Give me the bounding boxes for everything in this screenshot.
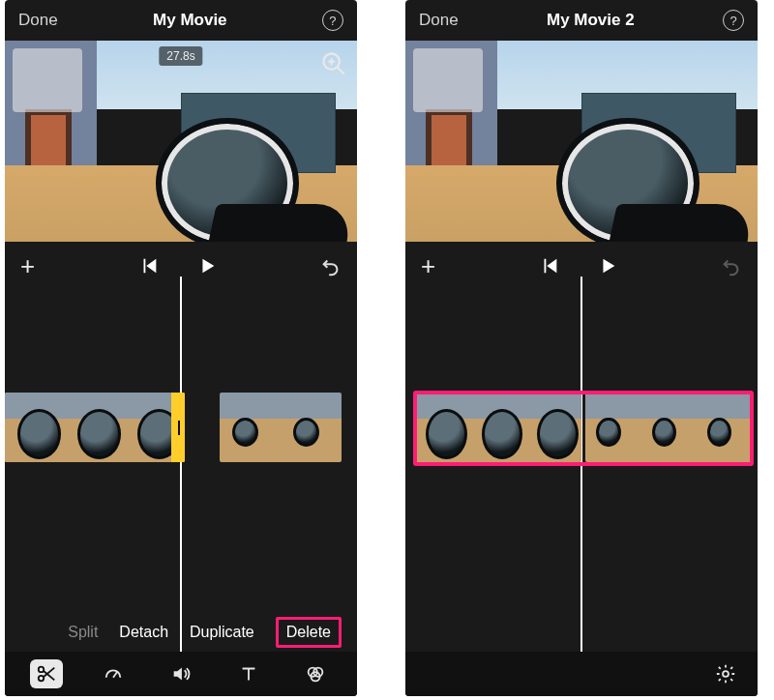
add-media-button[interactable]: + <box>421 251 435 281</box>
gear-icon[interactable] <box>709 659 742 688</box>
header-bar: Done My Movie 2 ? <box>405 0 758 41</box>
undo-icon <box>721 255 742 277</box>
volume-icon[interactable] <box>164 659 197 688</box>
play-icon[interactable] <box>597 255 618 277</box>
delete-action[interactable]: Delete <box>276 617 342 648</box>
split-action[interactable]: Split <box>68 624 98 641</box>
playhead-time-chip: 27.8s <box>159 46 202 66</box>
game-minimap <box>13 48 82 112</box>
svg-point-14 <box>723 671 729 677</box>
project-title: My Movie 2 <box>547 11 635 30</box>
selection-highlight <box>413 391 754 466</box>
duplicate-action[interactable]: Duplicate <box>190 624 254 641</box>
editor-screen-right: Done My Movie 2 ? + <box>405 0 758 696</box>
text-icon[interactable] <box>232 659 265 688</box>
skip-back-icon[interactable] <box>539 255 560 277</box>
clip-context-actions: Split Detach Duplicate Delete <box>5 613 357 652</box>
add-media-button[interactable]: + <box>20 251 35 281</box>
timeline-clip-selected[interactable]: | <box>5 393 185 462</box>
help-circle-icon[interactable]: ? <box>322 10 343 31</box>
svg-line-8 <box>113 671 118 677</box>
speedometer-icon[interactable] <box>97 659 130 688</box>
filters-icon[interactable] <box>299 659 332 688</box>
done-button[interactable]: Done <box>18 11 58 30</box>
help-circle-icon[interactable]: ? <box>723 10 744 31</box>
scissors-icon[interactable] <box>30 659 63 688</box>
game-minimap <box>413 48 483 112</box>
timeline[interactable] <box>405 290 758 696</box>
project-title: My Movie <box>153 11 227 30</box>
clip-trim-handle[interactable]: | <box>171 393 185 462</box>
magnifier-plus-icon[interactable] <box>320 50 347 77</box>
timeline[interactable]: | Split Detach Duplicate Delete <box>5 290 357 696</box>
detach-action[interactable]: Detach <box>119 624 168 641</box>
undo-icon[interactable] <box>320 255 342 277</box>
timeline-clip[interactable] <box>220 393 342 462</box>
header-bar: Done My Movie ? <box>5 0 357 41</box>
editor-screen-left: Done My Movie ? 27.8s + <box>5 0 357 696</box>
skip-back-icon[interactable] <box>138 255 160 277</box>
bottom-toolbar <box>405 652 758 696</box>
done-button[interactable]: Done <box>419 11 459 30</box>
video-preview[interactable]: 27.8s <box>5 41 357 242</box>
bottom-toolbar <box>5 652 357 696</box>
play-icon[interactable] <box>196 255 218 277</box>
svg-line-1 <box>338 68 344 74</box>
video-preview[interactable] <box>405 41 758 242</box>
